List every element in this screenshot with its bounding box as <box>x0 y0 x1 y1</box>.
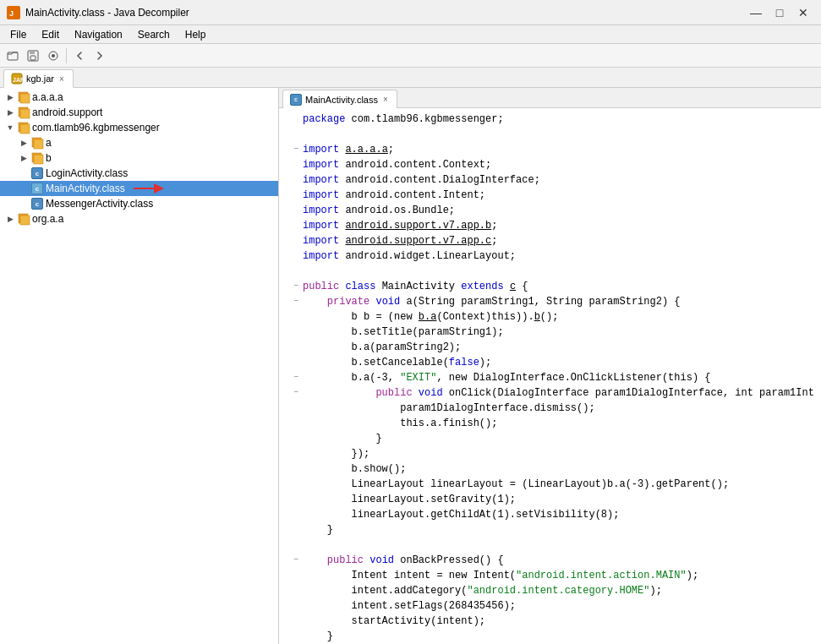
save-button[interactable] <box>24 46 42 65</box>
class-icon-mainactivity: c <box>30 182 44 195</box>
tree-toggle-com[interactable]: ▼ <box>3 121 17 134</box>
outer-tab-close[interactable]: × <box>57 74 66 85</box>
package-icon-android <box>17 106 30 119</box>
tree-item-aaaa[interactable]: ▶ a.a.a.a <box>0 90 278 105</box>
back-button[interactable] <box>70 46 89 65</box>
tree-toggle-a-sub[interactable]: ▶ <box>17 136 30 150</box>
tree-item-a-sub[interactable]: ▶ a <box>0 135 278 150</box>
menu-navigation[interactable]: Navigation <box>68 27 129 42</box>
code-line: } <box>286 431 814 446</box>
svg-rect-15 <box>20 124 30 134</box>
code-line: − b.a(-3, "EXIT", new DialogInterface.On… <box>286 370 814 385</box>
svg-text:J: J <box>9 9 14 18</box>
maximize-button[interactable]: □ <box>769 4 791 21</box>
svg-rect-4 <box>30 51 35 54</box>
code-line <box>286 264 814 279</box>
code-line: import android.support.v7.app.b; <box>286 218 814 233</box>
tree-item-loginactivity[interactable]: c LoginActivity.class <box>0 166 278 181</box>
editor-tab-class-icon: c <box>290 94 302 106</box>
code-line: package com.tlamb96.kgbmessenger; <box>286 112 814 127</box>
code-line: linearLayout.getChildAt(1).setVisibility… <box>286 507 814 522</box>
props-button[interactable] <box>44 46 63 65</box>
tree-item-b-sub[interactable]: ▶ b <box>0 150 278 166</box>
svg-rect-19 <box>34 155 43 164</box>
forward-button[interactable] <box>90 46 109 65</box>
java-icon: J <box>7 6 20 19</box>
title-controls: — □ ✕ <box>745 4 814 21</box>
code-line: }); <box>286 446 814 461</box>
tree-item-org-aa[interactable]: ▶ org.a.a <box>0 211 278 226</box>
code-line: } <box>286 522 814 538</box>
code-line: param1DialogInterface.dismiss(); <box>286 401 814 416</box>
editor-tab-label: MainActivity.class <box>305 95 378 105</box>
mainactivity-editor-tab[interactable]: c MainActivity.class × <box>282 90 397 108</box>
outer-tab-label: kgb.jar <box>26 74 54 84</box>
code-line: b.setTitle(paramString1); <box>286 325 814 340</box>
tree-toggle-b-sub[interactable]: ▶ <box>17 151 30 165</box>
code-line: − public void onBackPressed() { <box>286 553 814 568</box>
code-line: − public class MainActivity extends c { <box>286 279 814 294</box>
tree-toggle-android[interactable]: ▶ <box>3 106 17 119</box>
outer-tab-bar: JAR kgb.jar × <box>0 68 821 88</box>
package-icon-b-sub <box>30 151 44 165</box>
code-line: intent.addCategory("android.intent.categ… <box>286 583 814 598</box>
menu-file[interactable]: File <box>3 27 33 42</box>
code-line: − public void onClick(DialogInterface pa… <box>286 385 814 401</box>
class-icon-messengeractivity: c <box>30 197 44 210</box>
svg-rect-5 <box>30 56 36 60</box>
code-line: b.setCancelable(false); <box>286 355 814 370</box>
title-bar: J MainActivity.class - Java Decompiler —… <box>0 0 821 25</box>
tree-item-com-tlamb96[interactable]: ▼ com.tlamb96.kgbmessenger <box>0 120 278 135</box>
tree-item-mainactivity[interactable]: c MainActivity.class <box>0 181 278 196</box>
tree-label-org: org.a.a <box>32 213 63 225</box>
tree-label-b-sub: b <box>46 152 52 164</box>
tree-toggle-aaaa[interactable]: ▶ <box>3 90 17 104</box>
arrow-indicator <box>132 183 166 194</box>
open-button[interactable] <box>3 46 22 65</box>
kgb-jar-tab[interactable]: JAR kgb.jar × <box>3 69 74 88</box>
code-area[interactable]: package com.tlamb96.kgbmessenger; − impo… <box>279 108 821 644</box>
svg-rect-17 <box>34 139 43 149</box>
code-line: import android.support.v7.app.c; <box>286 233 814 248</box>
code-line: import android.widget.LinearLayout; <box>286 248 814 264</box>
tree-label-aaaa: a.a.a.a <box>32 91 63 103</box>
toolbar-separator <box>66 48 67 63</box>
minimize-button[interactable]: — <box>745 4 767 21</box>
close-button[interactable]: ✕ <box>792 4 814 21</box>
tree-toggle-org[interactable]: ▶ <box>3 212 17 226</box>
tree-item-messengeractivity[interactable]: c MessengerActivity.class <box>0 196 278 211</box>
tree-label-android: android.support <box>32 106 102 118</box>
toolbar <box>0 44 821 68</box>
tree-label-mainactivity: MainActivity.class <box>46 183 125 194</box>
code-line: Intent intent = new Intent("android.inte… <box>286 568 814 583</box>
editor-tab-close[interactable]: × <box>381 94 390 105</box>
tree-item-android-support[interactable]: ▶ android.support <box>0 105 278 120</box>
editor-tab-bar: c MainActivity.class × <box>279 88 821 108</box>
svg-rect-11 <box>20 94 30 103</box>
code-line: import android.content.DialogInterface; <box>286 172 814 188</box>
menu-help[interactable]: Help <box>178 27 213 42</box>
svg-text:JAR: JAR <box>13 77 23 83</box>
code-line: b.show(); <box>286 461 814 477</box>
right-panel: c MainActivity.class × package com.tlamb… <box>279 88 821 644</box>
tree-label-loginactivity: LoginActivity.class <box>46 167 128 179</box>
menu-search[interactable]: Search <box>131 27 177 42</box>
code-line: startActivity(intent); <box>286 614 814 629</box>
main-layout: ▶ a.a.a.a ▶ a <box>0 88 821 644</box>
menu-bar: File Edit Navigation Search Help <box>0 25 821 44</box>
code-line: import android.content.Context; <box>286 157 814 172</box>
left-panel: ▶ a.a.a.a ▶ a <box>0 88 279 644</box>
menu-edit[interactable]: Edit <box>35 27 66 42</box>
jar-icon: JAR <box>11 73 23 85</box>
code-content: package com.tlamb96.kgbmessenger; − impo… <box>279 112 821 644</box>
package-icon-com <box>17 121 30 134</box>
code-line: LinearLayout linearLayout = (LinearLayou… <box>286 477 814 492</box>
code-line: − private void a(String paramString1, St… <box>286 294 814 309</box>
code-line: } <box>286 629 814 644</box>
package-icon-a-sub <box>30 136 44 150</box>
code-line: import android.content.Intent; <box>286 188 814 203</box>
code-line: intent.setFlags(268435456); <box>286 598 814 614</box>
package-icon-aaaa <box>17 90 30 104</box>
tree-label-a-sub: a <box>46 137 52 149</box>
svg-rect-23 <box>20 216 30 225</box>
